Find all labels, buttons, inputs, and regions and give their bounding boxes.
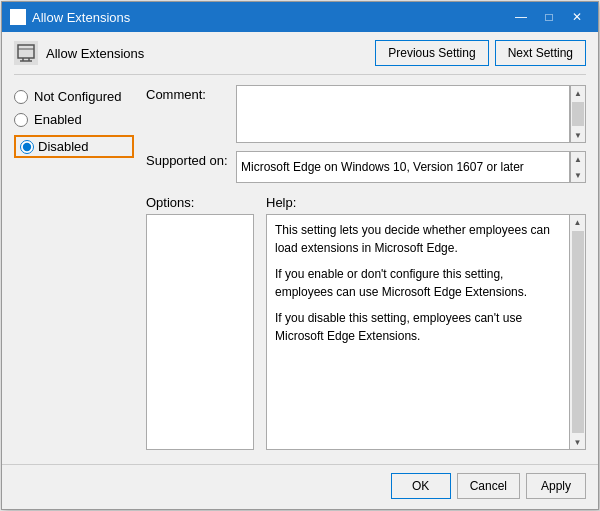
dialog-icon <box>14 41 38 65</box>
supported-row: Supported on: Microsoft Edge on Windows … <box>146 151 586 183</box>
svg-rect-0 <box>12 11 24 20</box>
window-title: Allow Extensions <box>32 10 508 25</box>
apply-button[interactable]: Apply <box>526 473 586 499</box>
main-window: Allow Extensions — □ ✕ Allow Ext <box>1 1 599 510</box>
maximize-button[interactable]: □ <box>536 7 562 27</box>
ok-button[interactable]: OK <box>391 473 451 499</box>
comment-label: Comment: <box>146 85 236 102</box>
help-label: Help: <box>266 195 586 210</box>
supported-input-wrapper: Microsoft Edge on Windows 10, Version 16… <box>236 151 586 183</box>
minimize-button[interactable]: — <box>508 7 534 27</box>
options-box <box>146 214 254 450</box>
disabled-option[interactable]: Disabled <box>14 135 134 158</box>
navigation-buttons: Previous Setting Next Setting <box>375 40 586 66</box>
disabled-label: Disabled <box>38 139 89 154</box>
supported-scrollbar: ▲ ▼ <box>570 151 586 183</box>
help-scrollbar: ▲ ▼ <box>570 214 586 450</box>
dialog-content: Allow Extensions Previous Setting Next S… <box>2 32 598 458</box>
supported-scroll-down[interactable]: ▼ <box>571 168 585 182</box>
cancel-button[interactable]: Cancel <box>457 473 520 499</box>
scroll-up-arrow[interactable]: ▲ <box>571 86 585 100</box>
dialog-title-text: Allow Extensions <box>46 46 144 61</box>
next-setting-button[interactable]: Next Setting <box>495 40 586 66</box>
help-scroll-down[interactable]: ▼ <box>571 435 585 449</box>
help-content-wrapper: This setting lets you decide whether emp… <box>266 214 586 450</box>
right-panel: Comment: ▲ ▼ Supported on: Microsof <box>134 85 586 450</box>
window-icon <box>10 9 26 25</box>
comment-scrollbar: ▲ ▼ <box>570 85 586 143</box>
dialog-title-area: Allow Extensions <box>14 41 144 65</box>
header-section: Allow Extensions Previous Setting Next S… <box>14 40 586 75</box>
footer: OK Cancel Apply <box>2 464 598 509</box>
supported-value: Microsoft Edge on Windows 10, Version 16… <box>236 151 570 183</box>
comment-row: Comment: ▲ ▼ <box>146 85 586 143</box>
help-scroll-up[interactable]: ▲ <box>571 215 585 229</box>
not-configured-label: Not Configured <box>34 89 121 104</box>
help-paragraph-2: If you enable or don't configure this se… <box>275 265 561 301</box>
scroll-down-arrow[interactable]: ▼ <box>571 128 585 142</box>
enabled-radio[interactable] <box>14 113 28 127</box>
help-paragraph-3: If you disable this setting, employees c… <box>275 309 561 345</box>
help-section: Help: This setting lets you decide wheth… <box>266 195 586 450</box>
window-controls: — □ ✕ <box>508 7 590 27</box>
radio-group: Not Configured Enabled Disabled <box>14 89 134 158</box>
enabled-label: Enabled <box>34 112 82 127</box>
previous-setting-button[interactable]: Previous Setting <box>375 40 488 66</box>
bottom-panels: Options: Help: This setting lets you dec… <box>146 195 586 450</box>
title-bar: Allow Extensions — □ ✕ <box>2 2 598 32</box>
left-panel: Not Configured Enabled Disabled <box>14 85 134 450</box>
disabled-radio[interactable] <box>20 140 34 154</box>
not-configured-radio[interactable] <box>14 90 28 104</box>
close-button[interactable]: ✕ <box>564 7 590 27</box>
enabled-option[interactable]: Enabled <box>14 112 134 127</box>
options-section: Options: <box>146 195 254 450</box>
supported-label: Supported on: <box>146 151 236 168</box>
svg-rect-5 <box>18 45 34 58</box>
options-label: Options: <box>146 195 254 210</box>
help-paragraph-1: This setting lets you decide whether emp… <box>275 221 561 257</box>
help-scroll-thumb <box>572 231 584 433</box>
help-box: This setting lets you decide whether emp… <box>266 214 570 450</box>
main-area: Not Configured Enabled Disabled Comm <box>14 85 586 450</box>
comment-textarea[interactable] <box>236 85 570 143</box>
supported-scroll-up[interactable]: ▲ <box>571 152 585 166</box>
not-configured-option[interactable]: Not Configured <box>14 89 134 104</box>
comment-input-wrapper: ▲ ▼ <box>236 85 586 143</box>
scroll-thumb <box>572 102 584 126</box>
